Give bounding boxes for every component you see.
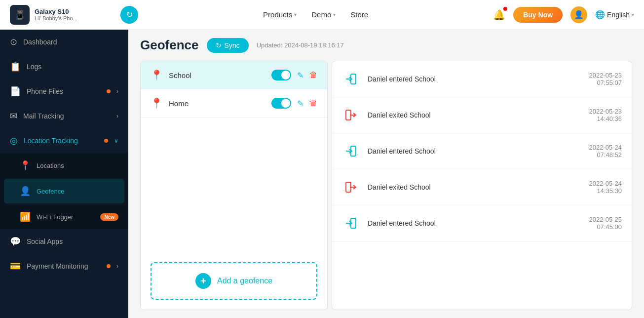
delete-icon[interactable]: 🗑 [309, 71, 317, 80]
header: 📱 Galaxy S10 Lil' Bobby's Pho... ↻ Produ… [0, 0, 644, 30]
chevron-down-icon: ▾ [333, 12, 336, 17]
device-icon: 📱 [10, 5, 30, 25]
sidebar-item-social-apps[interactable]: 💬 Social Apps [0, 229, 128, 254]
social-icon: 💬 [10, 236, 21, 247]
geofence-icon: 👤 [20, 186, 31, 197]
chevron-down-icon: ▾ [632, 12, 634, 17]
sidebar-item-logs[interactable]: 📋 Logs [0, 54, 128, 79]
edit-icon[interactable]: ✎ [297, 99, 303, 108]
edit-icon[interactable]: ✎ [297, 71, 303, 80]
geofence-content: 📍 School ✎ 🗑 📍 Home ✎ 🗑 + [140, 61, 632, 310]
language-selector[interactable]: 🌐 English ▾ [595, 10, 634, 19]
enter-icon [342, 214, 360, 232]
wifi-icon: 📶 [20, 211, 31, 222]
event-description: Daniel entered School [368, 75, 581, 83]
sidebar-item-label: Geofence [37, 188, 114, 195]
sync-icon: ↻ [216, 41, 222, 49]
nav-products-label: Products [263, 10, 292, 19]
event-timestamp: 2022-05-23 14:40:36 [589, 108, 622, 122]
pin-icon: 📍 [151, 97, 163, 109]
event-timestamp: 2022-05-24 14:35:30 [589, 180, 622, 195]
geofence-row-home[interactable]: 📍 Home ✎ 🗑 [141, 89, 327, 118]
sidebar-item-label: Mail Tracking [23, 112, 111, 120]
sync-label: Sync [225, 41, 240, 49]
sidebar-item-label: Wi-Fi Logger [37, 213, 94, 221]
nav-products[interactable]: Products ▾ [263, 10, 297, 19]
sidebar-item-label: Dashboard [23, 38, 118, 46]
sidebar-item-dashboard[interactable]: ⊙ Dashboard [0, 30, 128, 54]
globe-icon: 🌐 [595, 10, 605, 19]
plus-icon: + [195, 273, 211, 289]
device-name: Galaxy S10 [35, 8, 77, 15]
dashboard-icon: ⊙ [10, 37, 17, 47]
nav-store-label: Store [350, 10, 368, 19]
user-avatar[interactable]: 👤 [570, 6, 587, 23]
bell-wrapper: 🔔 [493, 9, 505, 21]
enter-icon [342, 142, 360, 160]
event-description: Daniel entered School [368, 219, 581, 227]
geofence-events: Daniel entered School2022-05-23 07:55:07… [332, 61, 632, 310]
event-row: Daniel exited School2022-05-24 14:35:30 [332, 169, 632, 205]
sidebar-item-wifi-logger[interactable]: 📶 Wi-Fi Logger New [0, 204, 128, 229]
main-layout: ⊙ Dashboard 📋 Logs 📄 Phone Files › ✉ Mai… [0, 30, 644, 318]
geofence-header: Geofence ↻ Sync Updated: 2024-08-19 18:1… [128, 30, 644, 61]
sidebar-item-location-tracking[interactable]: ◎ Location Tracking ∨ [0, 128, 128, 153]
nav-demo-label: Demo [311, 10, 331, 19]
fence-name: School [169, 71, 265, 80]
add-geofence-label: Add a geofence [217, 277, 272, 285]
notification-dot [107, 264, 111, 268]
sidebar-item-phone-files[interactable]: 📄 Phone Files › [0, 79, 128, 104]
header-nav: Products ▾ Demo ▾ Store [138, 10, 493, 19]
geofence-list: 📍 School ✎ 🗑 📍 Home ✎ 🗑 + [140, 61, 328, 310]
chevron-right-icon: › [116, 113, 118, 119]
sync-circle-icon[interactable]: ↻ [120, 6, 138, 24]
mail-icon: ✉ [10, 111, 17, 121]
sync-button[interactable]: ↻ Sync [207, 38, 249, 53]
payment-icon: 💳 [10, 261, 21, 272]
chevron-down-icon: ▾ [294, 12, 297, 17]
event-timestamp: 2022-05-24 07:48:52 [589, 144, 622, 159]
logs-icon: 📋 [10, 61, 21, 72]
chevron-right-icon: › [116, 263, 118, 270]
fence-toggle-school[interactable] [271, 70, 291, 80]
sidebar-item-label: Payment Monitoring [27, 262, 101, 270]
event-row: Daniel exited School2022-05-23 14:40:36 [332, 97, 632, 133]
notification-dot [104, 139, 108, 143]
event-timestamp: 2022-05-23 07:55:07 [589, 72, 622, 86]
sidebar-item-locations[interactable]: 📍 Locations [0, 153, 128, 178]
new-badge: New [100, 213, 118, 221]
bell-icon[interactable]: 🔔 [493, 9, 505, 20]
exit-icon [342, 106, 360, 124]
location-tracking-submenu: 📍 Locations 👤 Geofence 📶 Wi-Fi Logger Ne… [0, 153, 128, 229]
sidebar-item-payment-monitoring[interactable]: 💳 Payment Monitoring › [0, 254, 128, 278]
header-left: 📱 Galaxy S10 Lil' Bobby's Pho... ↻ [10, 5, 138, 25]
pin-icon: 📍 [20, 160, 31, 171]
nav-demo[interactable]: Demo ▾ [311, 10, 336, 19]
sidebar-item-label: Locations [37, 162, 118, 169]
notification-dot [107, 89, 111, 93]
sidebar-item-label: Logs [27, 63, 118, 71]
event-description: Daniel exited School [368, 183, 581, 191]
exit-icon [342, 178, 360, 196]
delete-icon[interactable]: 🗑 [309, 99, 317, 108]
sidebar-item-mail-tracking[interactable]: ✉ Mail Tracking › [0, 104, 128, 128]
enter-icon [342, 70, 360, 88]
sidebar-item-geofence[interactable]: 👤 Geofence [4, 179, 124, 203]
sidebar: ⊙ Dashboard 📋 Logs 📄 Phone Files › ✉ Mai… [0, 30, 128, 318]
sidebar-item-label: Phone Files [27, 87, 101, 95]
nav-store[interactable]: Store [350, 10, 368, 19]
sidebar-item-label: Location Tracking [24, 137, 98, 145]
pin-icon: 📍 [151, 69, 163, 81]
fence-name: Home [169, 99, 265, 108]
event-description: Daniel exited School [368, 111, 581, 119]
notification-badge [503, 7, 507, 11]
language-label: English [607, 11, 630, 19]
fence-toggle-home[interactable] [271, 98, 291, 109]
updated-timestamp: Updated: 2024-08-19 18:16:17 [257, 41, 344, 49]
header-right: 🔔 Buy Now 👤 🌐 English ▾ [493, 6, 634, 23]
geofence-row-school[interactable]: 📍 School ✎ 🗑 [141, 61, 327, 89]
phone-files-icon: 📄 [10, 86, 21, 97]
chevron-right-icon: › [116, 88, 118, 95]
add-geofence-button[interactable]: + Add a geofence [151, 262, 317, 300]
buy-now-button[interactable]: Buy Now [513, 7, 563, 23]
